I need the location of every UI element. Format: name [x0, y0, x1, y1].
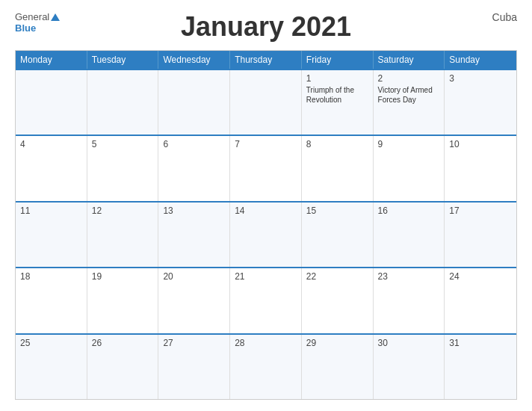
logo-blue-text: Blue: [15, 22, 36, 34]
header-day-wednesday: Wednesday: [158, 51, 230, 69]
header-day-thursday: Thursday: [230, 51, 302, 69]
calendar-row-1: 45678910: [16, 135, 516, 200]
calendar-row-0: 1Triumph of the Revolution2Victory of Ar…: [16, 69, 516, 135]
day-number: 19: [92, 271, 154, 282]
calendar-cell: 15: [302, 203, 374, 267]
calendar-cell: 7: [230, 136, 302, 200]
header-day-sunday: Sunday: [445, 51, 516, 69]
logo-triangle-icon: [51, 13, 60, 21]
day-number: 17: [449, 206, 512, 216]
calendar-cell: 29: [302, 335, 374, 399]
calendar-cell: [87, 70, 159, 135]
day-number: 24: [449, 271, 512, 282]
day-number: 26: [92, 338, 154, 348]
day-number: 15: [306, 206, 368, 216]
calendar-cell: [230, 70, 302, 135]
calendar-cell: 20: [158, 268, 230, 333]
calendar-cell: 10: [445, 136, 516, 200]
header-day-friday: Friday: [302, 51, 374, 69]
calendar-cell: 6: [158, 136, 230, 200]
calendar-cell: 9: [374, 136, 445, 200]
calendar-cell: 28: [230, 335, 302, 399]
day-number: 4: [20, 139, 82, 149]
day-number: 21: [235, 271, 297, 282]
calendar-row-2: 11121314151617: [16, 201, 516, 267]
calendar-cell: 23: [374, 268, 445, 333]
calendar-row-3: 18192021222324: [16, 267, 516, 333]
header-day-monday: Monday: [16, 51, 87, 69]
calendar-cell: [16, 70, 87, 135]
calendar-cell: 13: [158, 203, 230, 267]
logo: General Blue: [15, 11, 60, 34]
day-number: 20: [163, 271, 225, 282]
day-number: 10: [449, 139, 512, 149]
day-number: 5: [92, 139, 154, 149]
day-number: 1: [306, 73, 368, 84]
calendar-cell: 1Triumph of the Revolution: [302, 70, 374, 135]
day-number: 7: [235, 139, 297, 149]
calendar-cell: 17: [445, 203, 516, 267]
calendar-cell: 2Victory of Armed Forces Day: [374, 70, 445, 135]
day-number: 9: [378, 139, 440, 149]
calendar-page: General Blue January 2021 Cuba MondayTue…: [0, 0, 532, 411]
calendar-grid: MondayTuesdayWednesdayThursdayFridaySatu…: [15, 50, 517, 400]
day-number: 18: [20, 271, 82, 282]
calendar-header: MondayTuesdayWednesdayThursdayFridaySatu…: [16, 51, 516, 69]
day-number: 25: [20, 338, 82, 348]
country-label: Cuba: [492, 11, 517, 23]
event-label: Triumph of the Revolution: [306, 85, 368, 105]
calendar-cell: 3: [445, 70, 516, 135]
header-day-tuesday: Tuesday: [87, 51, 159, 69]
calendar-body: 1Triumph of the Revolution2Victory of Ar…: [16, 69, 516, 399]
calendar-cell: 18: [16, 268, 87, 333]
calendar-cell: 25: [16, 335, 87, 399]
calendar-cell: 11: [16, 203, 87, 267]
logo-general-text: General: [15, 11, 49, 22]
day-number: 29: [306, 338, 368, 348]
day-number: 11: [20, 206, 82, 216]
day-number: 13: [163, 206, 225, 216]
calendar-cell: 8: [302, 136, 374, 200]
calendar-cell: 30: [374, 335, 445, 399]
calendar-cell: 19: [87, 268, 159, 333]
calendar-cell: 14: [230, 203, 302, 267]
calendar-cell: 12: [87, 203, 159, 267]
calendar-cell: 27: [158, 335, 230, 399]
header-day-saturday: Saturday: [374, 51, 445, 69]
calendar-cell: 26: [87, 335, 159, 399]
calendar-cell: 5: [87, 136, 159, 200]
day-number: 23: [378, 271, 440, 282]
day-number: 12: [92, 206, 154, 216]
day-number: 30: [378, 338, 440, 348]
day-number: 6: [163, 139, 225, 149]
calendar-row-4: 25262728293031: [16, 333, 516, 399]
day-number: 8: [306, 139, 368, 149]
calendar-cell: 24: [445, 268, 516, 333]
calendar-cell: [158, 70, 230, 135]
calendar-cell: 31: [445, 335, 516, 399]
calendar-cell: 22: [302, 268, 374, 333]
page-title: January 2021: [181, 11, 351, 43]
event-label: Victory of Armed Forces Day: [378, 85, 440, 105]
calendar-cell: 21: [230, 268, 302, 333]
day-number: 28: [235, 338, 297, 348]
day-number: 2: [378, 73, 440, 84]
day-number: 16: [378, 206, 440, 216]
calendar-cell: 4: [16, 136, 87, 200]
day-number: 27: [163, 338, 225, 348]
header: General Blue January 2021 Cuba: [15, 11, 517, 43]
day-number: 3: [449, 73, 512, 84]
day-number: 14: [235, 206, 297, 216]
calendar-cell: 16: [374, 203, 445, 267]
day-number: 31: [449, 338, 512, 348]
day-number: 22: [306, 271, 368, 282]
